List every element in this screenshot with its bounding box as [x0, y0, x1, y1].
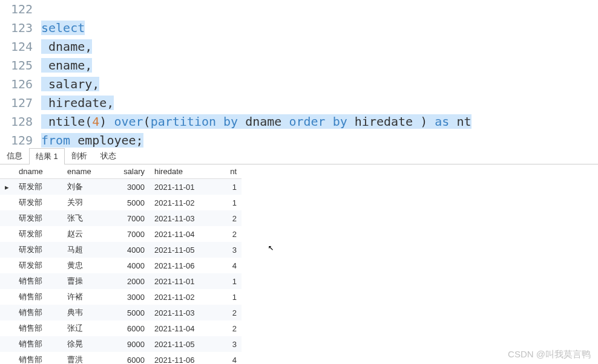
- table-row[interactable]: 研发部赵云70002021-11-042: [0, 226, 242, 242]
- cell-salary[interactable]: 5000: [108, 195, 150, 210]
- code-line[interactable]: 126 salary,: [0, 75, 598, 94]
- cell-salary[interactable]: 2000: [108, 273, 150, 289]
- col-header-ename[interactable]: ename: [62, 164, 108, 179]
- col-header-salary[interactable]: salary: [108, 164, 150, 179]
- result-grid[interactable]: dname ename salary hiredate nt ▸研发部刘备300…: [0, 164, 242, 364]
- code-line[interactable]: 128 ntile(4) over(partition by dname ord…: [0, 112, 598, 131]
- line-content: [41, 0, 598, 19]
- table-row[interactable]: 销售部许褚30002021-11-021: [0, 289, 242, 305]
- tab-result-1[interactable]: 结果 1: [29, 148, 65, 164]
- code-line[interactable]: 123 select: [0, 19, 598, 37]
- cell-dname[interactable]: 销售部: [14, 352, 62, 364]
- cell-hiredate[interactable]: 2021-11-04: [150, 320, 212, 336]
- code-line[interactable]: 124 dname,: [0, 37, 598, 56]
- cell-salary[interactable]: 7000: [108, 226, 150, 242]
- table-row[interactable]: 研发部马超40002021-11-053: [0, 242, 242, 258]
- cell-salary[interactable]: 4000: [108, 242, 150, 258]
- cell-dname[interactable]: 研发部: [14, 195, 62, 210]
- cell-ename[interactable]: 徐晃: [62, 336, 108, 352]
- cell-nt[interactable]: 2: [212, 305, 242, 320]
- cell-dname[interactable]: 研发部: [14, 258, 62, 273]
- table-row[interactable]: 销售部徐晃90002021-11-053: [0, 336, 242, 352]
- cell-nt[interactable]: 2: [212, 210, 242, 226]
- cell-hiredate[interactable]: 2021-11-02: [150, 289, 212, 305]
- table-row[interactable]: 销售部曹操20002021-11-011: [0, 273, 242, 289]
- cell-dname[interactable]: 销售部: [14, 273, 62, 289]
- table-row[interactable]: 销售部曹洪60002021-11-064: [0, 352, 242, 364]
- cell-hiredate[interactable]: 2021-11-06: [150, 352, 212, 364]
- cell-nt[interactable]: 1: [212, 195, 242, 210]
- table-row[interactable]: 销售部典韦50002021-11-032: [0, 305, 242, 320]
- table-row[interactable]: 销售部张辽60002021-11-042: [0, 320, 242, 336]
- cell-salary[interactable]: 3000: [108, 289, 150, 305]
- cell-nt[interactable]: 2: [212, 320, 242, 336]
- table-row[interactable]: ▸研发部刘备30002021-11-011: [0, 179, 242, 195]
- cell-salary[interactable]: 6000: [108, 320, 150, 336]
- cell-ename[interactable]: 张辽: [62, 320, 108, 336]
- cell-nt[interactable]: 1: [212, 179, 242, 195]
- cell-hiredate[interactable]: 2021-11-05: [150, 242, 212, 258]
- tab-info[interactable]: 信息: [0, 148, 29, 164]
- tab-status[interactable]: 状态: [94, 148, 123, 164]
- cell-ename[interactable]: 马超: [62, 242, 108, 258]
- cell-dname[interactable]: 销售部: [14, 320, 62, 336]
- line-number: 126: [0, 75, 41, 94]
- cell-hiredate[interactable]: 2021-11-02: [150, 195, 212, 210]
- cell-hiredate[interactable]: 2021-11-01: [150, 179, 212, 195]
- cell-nt[interactable]: 1: [212, 273, 242, 289]
- cell-dname[interactable]: 研发部: [14, 226, 62, 242]
- cell-ename[interactable]: 关羽: [62, 195, 108, 210]
- row-marker: [0, 289, 14, 305]
- row-marker-header: [0, 164, 14, 179]
- cell-ename[interactable]: 曹洪: [62, 352, 108, 364]
- row-marker: [0, 273, 14, 289]
- cell-ename[interactable]: 张飞: [62, 210, 108, 226]
- line-number: 123: [0, 19, 41, 37]
- cell-hiredate[interactable]: 2021-11-06: [150, 258, 212, 273]
- code-line[interactable]: 122: [0, 0, 598, 19]
- cell-dname[interactable]: 销售部: [14, 289, 62, 305]
- cell-salary[interactable]: 6000: [108, 352, 150, 364]
- cell-nt[interactable]: 1: [212, 289, 242, 305]
- cell-salary[interactable]: 7000: [108, 210, 150, 226]
- cell-hiredate[interactable]: 2021-11-04: [150, 226, 212, 242]
- cell-nt[interactable]: 4: [212, 258, 242, 273]
- cell-salary[interactable]: 4000: [108, 258, 150, 273]
- row-marker: [0, 336, 14, 352]
- tab-profile[interactable]: 剖析: [65, 148, 94, 164]
- code-line[interactable]: 125 ename,: [0, 56, 598, 75]
- cell-ename[interactable]: 赵云: [62, 226, 108, 242]
- cell-salary[interactable]: 3000: [108, 179, 150, 195]
- cell-ename[interactable]: 黄忠: [62, 258, 108, 273]
- cell-nt[interactable]: 2: [212, 226, 242, 242]
- col-header-dname[interactable]: dname: [14, 164, 62, 179]
- table-row[interactable]: 研发部张飞70002021-11-032: [0, 210, 242, 226]
- col-header-hiredate[interactable]: hiredate: [150, 164, 212, 179]
- cell-dname[interactable]: 销售部: [14, 336, 62, 352]
- table-row[interactable]: 研发部关羽50002021-11-021: [0, 195, 242, 210]
- row-marker: ▸: [0, 179, 14, 195]
- cell-nt[interactable]: 3: [212, 242, 242, 258]
- cell-nt[interactable]: 4: [212, 352, 242, 364]
- cell-dname[interactable]: 研发部: [14, 242, 62, 258]
- cell-salary[interactable]: 5000: [108, 305, 150, 320]
- cell-hiredate[interactable]: 2021-11-03: [150, 210, 212, 226]
- code-line[interactable]: 127 hiredate,: [0, 94, 598, 112]
- cell-ename[interactable]: 刘备: [62, 179, 108, 195]
- cell-dname[interactable]: 研发部: [14, 179, 62, 195]
- sql-editor[interactable]: 122 123 select 124 dname, 125 ename, 126…: [0, 0, 598, 150]
- cell-ename[interactable]: 典韦: [62, 305, 108, 320]
- cell-salary[interactable]: 9000: [108, 336, 150, 352]
- cell-dname[interactable]: 销售部: [14, 305, 62, 320]
- cell-hiredate[interactable]: 2021-11-03: [150, 305, 212, 320]
- cell-hiredate[interactable]: 2021-11-01: [150, 273, 212, 289]
- col-header-nt[interactable]: nt: [212, 164, 242, 179]
- row-marker: [0, 210, 14, 226]
- cell-nt[interactable]: 3: [212, 336, 242, 352]
- cell-hiredate[interactable]: 2021-11-05: [150, 336, 212, 352]
- line-number: 128: [0, 112, 41, 131]
- cell-ename[interactable]: 曹操: [62, 273, 108, 289]
- cell-ename[interactable]: 许褚: [62, 289, 108, 305]
- table-row[interactable]: 研发部黄忠40002021-11-064: [0, 258, 242, 273]
- cell-dname[interactable]: 研发部: [14, 210, 62, 226]
